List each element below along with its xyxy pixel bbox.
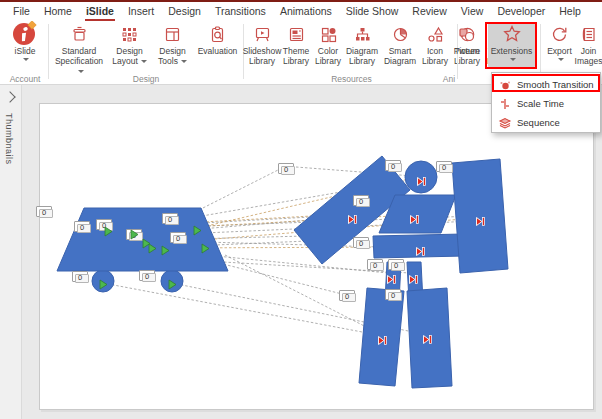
green-play-marker[interactable] bbox=[103, 223, 114, 234]
thumbnails-panel-label: Thumbnails bbox=[4, 113, 14, 165]
red-play-marker[interactable] bbox=[415, 243, 426, 254]
menu-home[interactable]: Home bbox=[37, 2, 79, 21]
chevron-down-icon bbox=[558, 58, 564, 61]
tween-value-label[interactable]: 0 bbox=[162, 213, 178, 224]
menu-insert[interactable]: Insert bbox=[121, 2, 161, 21]
tween-value-label[interactable]: 0 bbox=[139, 270, 155, 281]
group-label-animation: Ani bbox=[427, 74, 471, 84]
tween-value-label[interactable]: 0 bbox=[388, 259, 404, 270]
sequence-icon bbox=[498, 116, 512, 130]
export-button[interactable]: Export bbox=[543, 23, 576, 61]
evaluation-label: Evaluation bbox=[198, 46, 238, 56]
scale-time-label: Scale Time bbox=[517, 98, 564, 109]
green-play-marker[interactable] bbox=[200, 240, 211, 251]
green-play-marker[interactable] bbox=[192, 222, 203, 233]
menu-transitions[interactable]: Transitions bbox=[208, 2, 273, 21]
menu-item-sequence[interactable]: Sequence bbox=[492, 113, 600, 132]
evaluation-button[interactable]: Evaluation bbox=[194, 23, 241, 56]
tween-value-label[interactable]: 0 bbox=[385, 160, 401, 171]
color-library-button[interactable]: Color Library bbox=[313, 23, 343, 66]
menu-review[interactable]: Review bbox=[405, 2, 453, 21]
menu-file[interactable]: File bbox=[6, 2, 37, 21]
menu-view[interactable]: View bbox=[454, 2, 491, 21]
chevron-down-icon bbox=[23, 58, 29, 61]
tween-value-label[interactable]: 0 bbox=[36, 206, 52, 217]
menu-slideshow[interactable]: Slide Show bbox=[339, 2, 406, 21]
tween-value-label[interactable]: 0 bbox=[353, 195, 369, 206]
red-play-marker[interactable] bbox=[422, 331, 433, 342]
design-layout-button[interactable]: Design Layout bbox=[108, 23, 151, 66]
green-play-marker[interactable] bbox=[160, 242, 171, 253]
menu-animations[interactable]: Animations bbox=[273, 2, 339, 21]
slideshow-library-label: Slideshow Library bbox=[243, 46, 282, 66]
icon-library-button[interactable]: Icon Library bbox=[420, 23, 450, 66]
design-tools-button[interactable]: Design Tools bbox=[152, 23, 193, 66]
tween-icon bbox=[457, 23, 477, 45]
expand-chevron-icon[interactable] bbox=[4, 91, 15, 102]
tween-value-label[interactable]: 0 bbox=[436, 161, 452, 172]
tween-value-label[interactable]: 0 bbox=[72, 271, 88, 282]
diagram-library-icon bbox=[353, 23, 372, 45]
red-play-marker[interactable] bbox=[347, 211, 358, 222]
chevron-down-icon bbox=[78, 70, 84, 73]
tween-value-label[interactable]: 0 bbox=[74, 221, 90, 232]
thumbnails-panel-collapsed[interactable]: Thumbnails bbox=[0, 85, 22, 419]
design-tools-label: Design Tools bbox=[152, 46, 193, 66]
tween-label: Tween bbox=[454, 46, 479, 56]
smooth-transition-label: Smooth Transition bbox=[517, 79, 594, 90]
menu-design[interactable]: Design bbox=[161, 2, 208, 21]
tween-value-label[interactable]: 0 bbox=[367, 259, 383, 270]
sequence-label: Sequence bbox=[517, 117, 560, 128]
smart-diagram-button[interactable]: Smart Diagram bbox=[382, 23, 418, 66]
red-play-marker[interactable] bbox=[416, 173, 427, 184]
red-play-marker[interactable] bbox=[408, 271, 419, 282]
green-play-marker[interactable] bbox=[147, 240, 158, 251]
standard-specification-label: Standard Specification bbox=[51, 46, 107, 76]
theme-library-label: Theme Library bbox=[280, 46, 312, 66]
export-label: Export bbox=[547, 46, 572, 56]
tween-value-label[interactable]: 0 bbox=[339, 290, 355, 301]
red-play-marker[interactable] bbox=[475, 213, 486, 224]
smart-diagram-icon bbox=[391, 23, 410, 45]
islide-account-button[interactable]: iSlide bbox=[6, 23, 44, 61]
color-library-icon bbox=[319, 23, 338, 45]
extensions-button[interactable]: Extensions bbox=[488, 23, 535, 67]
robot-shape-group[interactable] bbox=[294, 156, 508, 388]
icon-library-icon bbox=[426, 23, 445, 45]
tween-button[interactable]: Tween bbox=[448, 23, 486, 56]
extensions-label: Extensions bbox=[491, 46, 533, 56]
tween-value-label[interactable]: 0 bbox=[278, 163, 294, 174]
tween-value-label[interactable]: 0 bbox=[385, 289, 401, 300]
menu-item-smooth-transition[interactable]: Smooth Transition bbox=[492, 75, 600, 94]
menu-islide[interactable]: iSlide bbox=[79, 2, 121, 21]
slide-editing-area[interactable]: 00000000000000000 bbox=[22, 85, 602, 419]
slideshow-library-button[interactable]: Slideshow Library bbox=[246, 23, 278, 66]
diagram-library-button[interactable]: Diagram Library bbox=[344, 23, 380, 66]
slideshow-library-icon bbox=[253, 23, 272, 45]
green-play-marker[interactable] bbox=[129, 226, 140, 237]
red-play-marker[interactable] bbox=[386, 271, 397, 282]
group-label-account: Account bbox=[6, 74, 44, 84]
menu-help[interactable]: Help bbox=[552, 2, 588, 21]
slide-shapes-layer bbox=[22, 85, 602, 419]
chevron-down-icon bbox=[141, 60, 147, 63]
tween-value-label[interactable]: 0 bbox=[353, 237, 369, 248]
green-play-marker[interactable] bbox=[167, 276, 178, 287]
evaluation-icon bbox=[208, 23, 227, 45]
standard-specification-button[interactable]: Standard Specification bbox=[51, 23, 107, 76]
tween-value-label[interactable]: 0 bbox=[170, 232, 186, 243]
green-play-marker[interactable] bbox=[98, 276, 109, 287]
design-layout-icon bbox=[120, 23, 139, 45]
red-play-marker[interactable] bbox=[409, 211, 420, 222]
extensions-dropdown-menu: Smooth Transition Scale Time Sequence bbox=[491, 72, 601, 133]
red-play-marker[interactable] bbox=[377, 332, 388, 343]
standard-specification-icon bbox=[70, 23, 89, 45]
menu-item-scale-time[interactable]: Scale Time bbox=[492, 94, 600, 113]
menu-developer[interactable]: Developer bbox=[490, 2, 552, 21]
theme-library-icon bbox=[287, 23, 306, 45]
join-images-label: Join Images bbox=[575, 46, 602, 66]
join-images-button[interactable]: Join Images bbox=[575, 23, 602, 66]
chevron-down-icon bbox=[510, 58, 516, 61]
color-library-label: Color Library bbox=[313, 46, 343, 66]
theme-library-button[interactable]: Theme Library bbox=[280, 23, 312, 66]
